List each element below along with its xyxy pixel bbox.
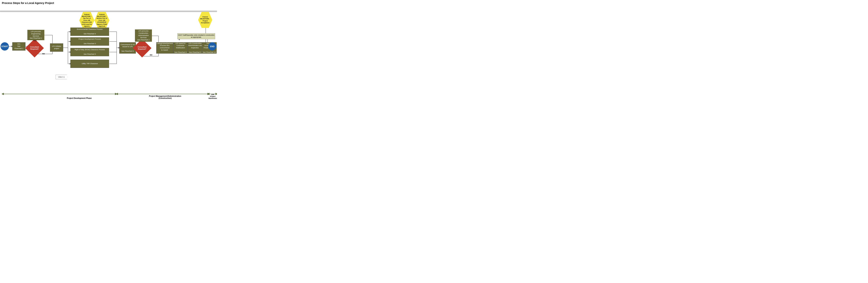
cdot-note-text: CDOT Staff/Specialty Units included in c…: [178, 34, 214, 38]
lpa-award-text: LPA award to Contractor Mobilization See…: [174, 42, 187, 53]
fed-milestone-3-text: FederalMILESTONE –ProjectAcceptance: [200, 16, 210, 24]
start-node: START: [1, 42, 9, 51]
no-label-1: NO: [42, 53, 45, 55]
federal-milestone-2: FederalMILESTONE –Bottom Part ofForm 128…: [94, 12, 110, 29]
federal-milestone-1: FederalMILESTONE –Top Part ofForm 128Cle…: [79, 12, 94, 29]
federal-milestone-3: FederalMILESTONE –ProjectAcceptance: [198, 12, 212, 28]
no-label-2: NO: [150, 54, 152, 56]
fed-milestone-1-text: FederalMILESTONE –Top Part ofForm 128Cle…: [82, 13, 92, 27]
fed-milestone-2-text: FederalMILESTONE –Bottom Part ofForm 128…: [97, 13, 107, 27]
lpa-procures-const-box: LPA procures Construction Administration…: [135, 29, 152, 42]
project-dev-box: Project Development Process See Flowchar…: [70, 37, 109, 46]
env-clearance-text: Environmental Clearance Process See Flow…: [77, 28, 102, 35]
dev-phase-label: Project Development Phase: [38, 97, 121, 99]
row-clearance-box: Right of Way (ROW) Clearance Process See…: [70, 48, 109, 56]
concurrence-text: Concurrence to Ad Issued to LPA See Flow…: [121, 43, 135, 53]
svg-marker-40: [1, 93, 4, 95]
utility-text: Utility / RR Clearance: [82, 63, 98, 65]
lpa-award-box: LPA award to Contractor Mobilization See…: [173, 42, 188, 54]
iga-text: IGA See Flowchart 1: [14, 43, 23, 50]
iga-box: IGA See Flowchart 1: [12, 42, 26, 51]
diamond-consultant-2: ConsultantRequired?: [135, 41, 149, 55]
svg-marker-42: [116, 93, 118, 95]
lpa-eng-text: LPA procures Engineering Services See Fl…: [30, 31, 42, 39]
utility-box: Utility / RR Clearance: [70, 60, 109, 68]
lpa-initiates-text: LPA initiates project: [52, 45, 61, 50]
lpa-const-text: LPA procures Construction Administration…: [137, 30, 150, 41]
mgmt-phase-label: Project Management/Administration(Constr…: [123, 95, 208, 99]
project-dev-text: Project Development Process See Flowchar…: [79, 38, 101, 45]
lpa-initiates-box: LPA initiates project: [50, 43, 63, 52]
maintenance-phase-label: LPA ProjectMaintenance: [209, 94, 217, 99]
lpa-procures-eng-box: LPA procures Engineering Services See Fl…: [27, 30, 44, 40]
cdot-note-box: CDOT Staff/Specialty Units included in c…: [177, 33, 215, 39]
env-clearance-box: Environmental Clearance Process See Flow…: [70, 28, 109, 36]
end-node: END: [208, 42, 216, 51]
lpa-construction-text: LPA Construction Administration and Insp…: [188, 42, 202, 53]
diamond-consultant-1: ConsultantRequired?: [28, 41, 41, 55]
page-title: Process Steps for a Local Agency Project: [0, 0, 217, 5]
lpa-letting-box: LPA Letting/Advertisement Process thru C…: [156, 42, 173, 54]
diagram-container: START IGA See Flowchart 1 ConsultantRequ…: [0, 5, 217, 100]
end-label: END: [210, 45, 214, 48]
video-label: Video 0.1: [58, 76, 65, 78]
start-label: START: [1, 45, 8, 48]
video-box[interactable]: Video 0.1: [56, 75, 68, 79]
row-clearance-text: Right of Way (ROW) Clearance Process See…: [74, 49, 105, 55]
lpa-letting-text: LPA Letting/Advertisement Process thru C…: [156, 40, 173, 56]
lpa-construction-box: LPA Construction Administration and Insp…: [188, 42, 203, 54]
